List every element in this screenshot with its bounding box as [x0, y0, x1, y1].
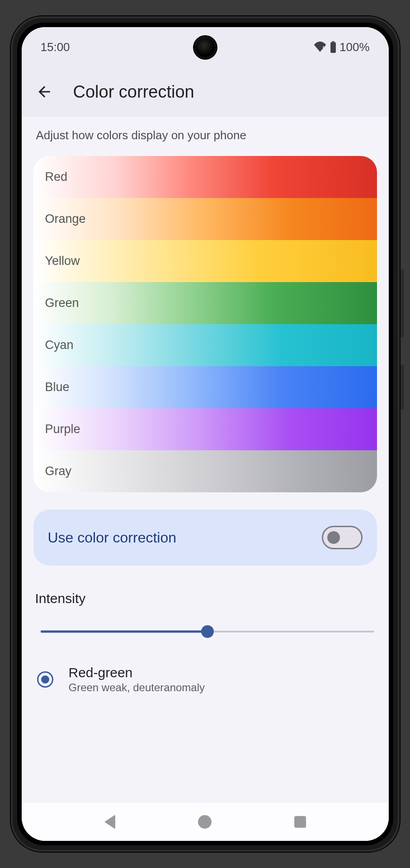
swatch-yellow: Yellow — [33, 240, 377, 282]
swatch-blue: Blue — [33, 366, 377, 408]
option-title: Red-green — [69, 665, 205, 680]
volume-button — [401, 269, 404, 337]
intensity-title: Intensity — [33, 591, 377, 606]
content[interactable]: Adjust how colors display on your phone … — [22, 117, 389, 803]
switch-knob — [327, 531, 340, 544]
phone-frame: 15:00 ! 100% Color correction — [11, 16, 400, 852]
swatch-purple: Purple — [33, 408, 377, 450]
toggle-label: Use color correction — [48, 529, 177, 546]
swatch-label: Yellow — [45, 254, 80, 268]
swatch-label: Green — [45, 296, 79, 310]
use-color-correction-row[interactable]: Use color correction — [33, 509, 377, 566]
svg-text:!: ! — [322, 45, 324, 52]
color-swatch-card: Red Orange Yellow Green Cyan Blue Purple… — [33, 156, 377, 492]
navigation-bar — [22, 803, 389, 841]
swatch-orange: Orange — [33, 198, 377, 240]
intensity-slider[interactable] — [41, 623, 374, 641]
front-camera — [195, 37, 216, 58]
slider-fill — [41, 631, 207, 633]
nav-recent-button[interactable] — [290, 812, 310, 832]
swatch-label: Orange — [45, 212, 86, 226]
radio-button[interactable] — [37, 671, 53, 688]
swatch-label: Purple — [45, 422, 80, 436]
circle-home-icon — [198, 815, 212, 829]
swatch-label: Gray — [45, 464, 72, 478]
status-battery-pct: 100% — [339, 40, 370, 54]
nav-back-button[interactable] — [100, 812, 120, 832]
swatch-label: Red — [45, 170, 68, 184]
arrow-left-icon — [36, 83, 53, 100]
page-title: Color correction — [73, 82, 194, 102]
radio-selected-icon — [41, 675, 49, 684]
swatch-label: Cyan — [45, 338, 74, 352]
app-header: Color correction — [22, 67, 389, 117]
option-subtitle: Green weak, deuteranomaly — [69, 681, 205, 694]
swatch-gray: Gray — [33, 450, 377, 492]
back-button[interactable] — [33, 81, 55, 103]
nav-home-button[interactable] — [195, 812, 215, 832]
power-button — [401, 364, 404, 410]
triangle-back-icon — [104, 815, 115, 829]
status-time: 15:00 — [41, 40, 70, 54]
swatch-cyan: Cyan — [33, 324, 377, 366]
swatch-red: Red — [33, 156, 377, 198]
swatch-label: Blue — [45, 380, 70, 394]
slider-thumb[interactable] — [201, 625, 214, 638]
swatch-green: Green — [33, 282, 377, 324]
wifi-icon: ! — [313, 42, 327, 52]
battery-icon — [330, 41, 337, 53]
use-color-correction-switch[interactable] — [322, 526, 363, 549]
option-red-green[interactable]: Red-green Green weak, deuteranomaly — [33, 665, 377, 698]
screen: 15:00 ! 100% Color correction — [22, 27, 389, 841]
svg-rect-2 — [330, 42, 336, 53]
description-text: Adjust how colors display on your phone — [33, 128, 377, 142]
square-recent-icon — [294, 816, 306, 828]
svg-rect-1 — [332, 41, 335, 42]
